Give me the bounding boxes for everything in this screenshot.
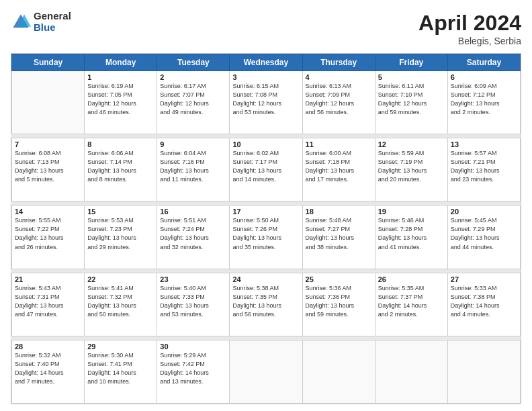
calendar-day-cell — [230, 340, 302, 403]
calendar-day-cell: 20Sunrise: 5:45 AM Sunset: 7:29 PM Dayli… — [447, 205, 520, 269]
weekday-header-monday: Monday — [85, 54, 157, 71]
day-number: 17 — [232, 208, 299, 216]
location-subtitle: Belegis, Serbia — [418, 36, 521, 46]
calendar-day-cell — [302, 340, 375, 403]
calendar-day-cell: 9Sunrise: 6:04 AM Sunset: 7:16 PM Daylig… — [157, 138, 230, 201]
logo-general-text: General — [34, 11, 71, 22]
calendar: SundayMondayTuesdayWednesdayThursdayFrid… — [11, 53, 521, 404]
calendar-body: 1Sunrise: 6:19 AM Sunset: 7:05 PM Daylig… — [12, 71, 521, 404]
calendar-week-row: 28Sunrise: 5:32 AM Sunset: 7:40 PM Dayli… — [12, 340, 521, 403]
day-info: Sunrise: 6:11 AM Sunset: 7:10 PM Dayligh… — [378, 82, 445, 117]
day-number: 30 — [160, 342, 226, 351]
calendar-day-cell: 28Sunrise: 5:32 AM Sunset: 7:40 PM Dayli… — [12, 340, 85, 403]
day-info: Sunrise: 6:13 AM Sunset: 7:09 PM Dayligh… — [306, 82, 372, 117]
day-info: Sunrise: 6:06 AM Sunset: 7:14 PM Dayligh… — [87, 149, 154, 184]
day-number: 21 — [15, 275, 81, 283]
calendar-day-cell: 27Sunrise: 5:33 AM Sunset: 7:38 PM Dayli… — [447, 273, 520, 336]
calendar-day-cell: 3Sunrise: 6:15 AM Sunset: 7:08 PM Daylig… — [230, 71, 302, 134]
calendar-day-cell — [375, 340, 447, 403]
day-info: Sunrise: 5:29 AM Sunset: 7:42 PM Dayligh… — [160, 351, 226, 386]
calendar-day-cell: 21Sunrise: 5:43 AM Sunset: 7:31 PM Dayli… — [12, 273, 85, 336]
weekday-header-saturday: Saturday — [447, 54, 520, 71]
calendar-day-cell: 5Sunrise: 6:11 AM Sunset: 7:10 PM Daylig… — [375, 71, 447, 134]
title-block: April 2024 Belegis, Serbia — [418, 11, 521, 46]
day-info: Sunrise: 5:36 AM Sunset: 7:36 PM Dayligh… — [306, 284, 372, 319]
calendar-week-row: 1Sunrise: 6:19 AM Sunset: 7:05 PM Daylig… — [12, 71, 521, 134]
logo: General Blue — [11, 11, 71, 33]
calendar-day-cell: 19Sunrise: 5:46 AM Sunset: 7:28 PM Dayli… — [375, 205, 447, 269]
day-number: 1 — [87, 73, 154, 81]
logo-blue-text: Blue — [34, 22, 71, 34]
day-info: Sunrise: 5:43 AM Sunset: 7:31 PM Dayligh… — [15, 284, 81, 319]
day-info: Sunrise: 5:32 AM Sunset: 7:40 PM Dayligh… — [15, 351, 81, 386]
day-number: 27 — [451, 275, 517, 283]
day-number: 29 — [87, 342, 154, 351]
day-info: Sunrise: 5:55 AM Sunset: 7:22 PM Dayligh… — [15, 216, 81, 251]
calendar-table: SundayMondayTuesdayWednesdayThursdayFrid… — [11, 54, 521, 404]
day-number: 26 — [378, 275, 445, 283]
day-info: Sunrise: 5:30 AM Sunset: 7:41 PM Dayligh… — [87, 351, 154, 386]
day-number: 4 — [306, 73, 372, 81]
calendar-day-cell: 29Sunrise: 5:30 AM Sunset: 7:41 PM Dayli… — [85, 340, 157, 403]
calendar-day-cell: 17Sunrise: 5:50 AM Sunset: 7:26 PM Dayli… — [230, 205, 302, 269]
calendar-day-cell: 12Sunrise: 5:59 AM Sunset: 7:19 PM Dayli… — [375, 138, 447, 201]
month-year-title: April 2024 — [418, 11, 521, 36]
day-number: 23 — [160, 275, 226, 283]
day-number: 25 — [306, 275, 372, 283]
calendar-day-cell: 4Sunrise: 6:13 AM Sunset: 7:09 PM Daylig… — [302, 71, 375, 134]
weekday-header-thursday: Thursday — [302, 54, 375, 71]
day-info: Sunrise: 6:17 AM Sunset: 7:07 PM Dayligh… — [160, 82, 226, 117]
day-info: Sunrise: 5:40 AM Sunset: 7:33 PM Dayligh… — [160, 284, 226, 319]
day-info: Sunrise: 5:38 AM Sunset: 7:35 PM Dayligh… — [232, 284, 299, 319]
calendar-week-row: 21Sunrise: 5:43 AM Sunset: 7:31 PM Dayli… — [12, 273, 521, 336]
day-number: 24 — [232, 275, 299, 283]
calendar-header: SundayMondayTuesdayWednesdayThursdayFrid… — [12, 54, 521, 71]
day-number: 22 — [87, 275, 154, 283]
calendar-day-cell: 18Sunrise: 5:48 AM Sunset: 7:27 PM Dayli… — [302, 205, 375, 269]
day-info: Sunrise: 5:57 AM Sunset: 7:21 PM Dayligh… — [451, 149, 517, 184]
day-number: 16 — [160, 208, 226, 216]
calendar-day-cell: 10Sunrise: 6:02 AM Sunset: 7:17 PM Dayli… — [230, 138, 302, 201]
day-number: 20 — [451, 208, 517, 216]
day-info: Sunrise: 5:45 AM Sunset: 7:29 PM Dayligh… — [451, 216, 517, 251]
day-number: 15 — [87, 208, 154, 216]
calendar-day-cell — [447, 340, 520, 403]
calendar-day-cell: 25Sunrise: 5:36 AM Sunset: 7:36 PM Dayli… — [302, 273, 375, 336]
page: General Blue April 2024 Belegis, Serbia … — [0, 0, 532, 411]
day-number: 9 — [160, 140, 226, 148]
day-info: Sunrise: 5:35 AM Sunset: 7:37 PM Dayligh… — [378, 284, 445, 319]
day-number: 12 — [378, 140, 445, 148]
calendar-day-cell: 16Sunrise: 5:51 AM Sunset: 7:24 PM Dayli… — [157, 205, 230, 269]
day-info: Sunrise: 6:09 AM Sunset: 7:12 PM Dayligh… — [451, 82, 517, 117]
calendar-day-cell: 7Sunrise: 6:08 AM Sunset: 7:13 PM Daylig… — [12, 138, 85, 201]
day-info: Sunrise: 5:41 AM Sunset: 7:32 PM Dayligh… — [87, 284, 154, 319]
calendar-day-cell: 6Sunrise: 6:09 AM Sunset: 7:12 PM Daylig… — [447, 71, 520, 134]
calendar-day-cell: 13Sunrise: 5:57 AM Sunset: 7:21 PM Dayli… — [447, 138, 520, 201]
logo-icon — [11, 12, 31, 32]
day-number: 7 — [15, 140, 81, 148]
weekday-header-tuesday: Tuesday — [157, 54, 230, 71]
day-info: Sunrise: 6:00 AM Sunset: 7:18 PM Dayligh… — [306, 149, 372, 184]
calendar-day-cell — [12, 71, 85, 134]
day-info: Sunrise: 6:08 AM Sunset: 7:13 PM Dayligh… — [15, 149, 81, 184]
day-number: 18 — [306, 208, 372, 216]
calendar-day-cell: 26Sunrise: 5:35 AM Sunset: 7:37 PM Dayli… — [375, 273, 447, 336]
calendar-week-row: 7Sunrise: 6:08 AM Sunset: 7:13 PM Daylig… — [12, 138, 521, 201]
day-number: 14 — [15, 208, 81, 216]
calendar-day-cell: 8Sunrise: 6:06 AM Sunset: 7:14 PM Daylig… — [85, 138, 157, 201]
weekday-header-sunday: Sunday — [12, 54, 85, 71]
day-number: 10 — [232, 140, 299, 148]
calendar-day-cell: 1Sunrise: 6:19 AM Sunset: 7:05 PM Daylig… — [85, 71, 157, 134]
logo-text: General Blue — [34, 11, 71, 33]
day-number: 13 — [451, 140, 517, 148]
header: General Blue April 2024 Belegis, Serbia — [11, 11, 521, 46]
day-number: 6 — [451, 73, 517, 81]
weekday-header-row: SundayMondayTuesdayWednesdayThursdayFrid… — [12, 54, 521, 71]
day-number: 3 — [232, 73, 299, 81]
day-info: Sunrise: 6:02 AM Sunset: 7:17 PM Dayligh… — [232, 149, 299, 184]
day-info: Sunrise: 5:50 AM Sunset: 7:26 PM Dayligh… — [232, 216, 299, 251]
day-number: 5 — [378, 73, 445, 81]
day-info: Sunrise: 5:59 AM Sunset: 7:19 PM Dayligh… — [378, 149, 445, 184]
day-info: Sunrise: 6:15 AM Sunset: 7:08 PM Dayligh… — [232, 82, 299, 117]
weekday-header-friday: Friday — [375, 54, 447, 71]
